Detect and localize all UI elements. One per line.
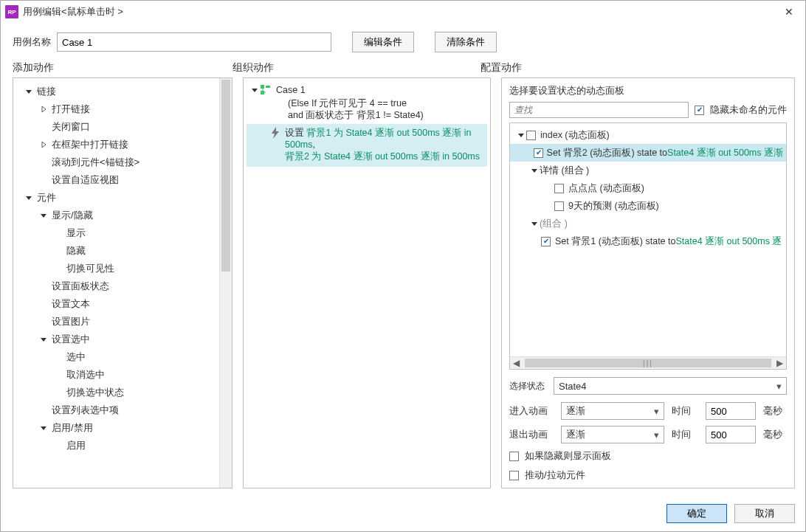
tree-item[interactable]: 设置文本 [13, 295, 232, 313]
case-caret[interactable] [249, 87, 260, 93]
tree-item[interactable]: 设置面板状态 [13, 277, 232, 295]
tree-item[interactable]: 取消选中 [13, 366, 232, 384]
scrollbar-thumb[interactable] [221, 80, 230, 272]
tree-item[interactable]: 关闭窗口 [13, 118, 232, 136]
edit-condition-button[interactable]: 编辑条件 [352, 32, 414, 52]
tree-node-bg2[interactable]: Set 背景2 (动态面板) state to State4 逐渐 out 50… [510, 144, 786, 162]
hscroll-grip-icon: ||| [643, 359, 653, 367]
case-row[interactable]: Case 1 [247, 83, 487, 97]
time-in-input[interactable] [706, 402, 756, 420]
node-label-suf: State4 逐渐 out 500ms 逐 [675, 235, 782, 248]
chevron-down-icon: ▾ [654, 429, 659, 441]
opt-push-pull-checkbox[interactable] [509, 471, 519, 480]
tree-node-bg1[interactable]: Set 背景1 (动态面板) state to State4 逐渐 out 50… [510, 232, 786, 250]
widget-tree-inner[interactable]: index (动态面板) Set 背景2 (动态面板) state to Sta… [510, 123, 786, 356]
anim-out-dropdown[interactable]: 逐渐 ▾ [561, 426, 664, 443]
caret-down-icon[interactable] [24, 89, 34, 94]
ok-button[interactable]: 确定 [666, 504, 727, 523]
tree-node-detail-group[interactable]: 详情 (组合 ) [510, 162, 786, 179]
tree-item[interactable]: 显示/隐藏 [13, 207, 232, 224]
anim-in-dropdown[interactable]: 逐渐 ▾ [561, 402, 664, 420]
case-action-selected[interactable]: 设置 背景1 为 State4 逐渐 out 500ms 逐渐 in 500ms… [247, 124, 487, 167]
tree-item[interactable]: 设置自适应视图 [13, 171, 232, 189]
widget-tree: index (动态面板) Set 背景2 (动态面板) state to Sta… [509, 122, 787, 370]
tree-item[interactable]: 选中 [13, 348, 232, 366]
tree-node-9day[interactable]: 9天的预测 (动态面板) [510, 197, 786, 215]
widget-tree-hscroll[interactable]: ◀ ||| ▶ [510, 356, 786, 369]
caret-down-icon[interactable] [529, 221, 540, 227]
hscroll-right-icon[interactable]: ▶ [774, 357, 786, 369]
anim-in-label: 进入动画 [509, 404, 554, 418]
search-input[interactable] [509, 102, 689, 118]
tree-node-group[interactable]: (组合 ) [510, 215, 786, 232]
node-label-suf: State4 逐渐 out 500ms 逐渐 [667, 147, 783, 159]
left-scrollbar[interactable] [219, 78, 232, 488]
tree-node-index[interactable]: index (动态面板) [510, 126, 786, 144]
select-state-value: State4 [559, 381, 587, 392]
case-name-input[interactable] [57, 32, 331, 52]
case-tree[interactable]: Case 1 (Else If 元件可见于 4 == true and 面板状态… [244, 78, 490, 171]
opt-push-pull-label: 推动/拉动元件 [525, 469, 585, 482]
clear-condition-button[interactable]: 清除条件 [435, 32, 497, 52]
hscroll-thumb[interactable]: ||| [525, 359, 771, 367]
tree-item[interactable]: 打开链接 [13, 100, 232, 118]
caret-right-icon[interactable] [38, 106, 49, 112]
tree-node-dots[interactable]: 点点点 (动态面板) [510, 179, 786, 197]
actions-tree[interactable]: 链接打开链接关闭窗口在框架中打开链接滚动到元件<锚链接>设置自适应视图元件显示/… [13, 78, 232, 459]
animation-form: 进入动画 逐渐 ▾ 时间 毫秒 退出动画 逐渐 ▾ 时间 毫秒 如果隐藏则显示面… [509, 402, 787, 482]
tree-item[interactable]: 元件 [13, 189, 232, 207]
tree-item-label: 关闭窗口 [52, 120, 90, 134]
window-title: 用例编辑<鼠标单击时 > [23, 5, 773, 18]
caret-down-icon[interactable] [38, 213, 49, 218]
svg-rect-2 [261, 91, 264, 94]
hide-unnamed-label: 隐藏未命名的元件 [710, 104, 787, 117]
caret-down-icon[interactable] [529, 167, 540, 173]
tree-item[interactable]: 在框架中打开链接 [13, 136, 232, 153]
case-condition-2: and 面板状态于 背景1 != State4) [247, 109, 487, 121]
tree-item[interactable]: 显示 [13, 224, 232, 242]
tree-item[interactable]: 滚动到元件<锚链接> [13, 153, 232, 171]
node-label: 点点点 (动态面板) [568, 182, 644, 195]
node-checkbox[interactable] [554, 184, 564, 193]
top-row: 用例名称 编辑条件 清除条件 [1, 23, 805, 55]
configure-action-panel: 选择要设置状态的动态面板 隐藏未命名的元件 index (动态面板) [501, 77, 795, 488]
tree-item[interactable]: 隐藏 [13, 242, 232, 260]
tree-item[interactable]: 启用 [13, 437, 232, 455]
tree-item-label: 元件 [37, 191, 56, 204]
time-in-unit: 毫秒 [763, 404, 787, 418]
node-label: 详情 (组合 ) [540, 165, 589, 177]
opt-push-pull-row: 推动/拉动元件 [509, 469, 787, 482]
tree-item-label: 切换选中状态 [66, 386, 124, 399]
search-row: 隐藏未命名的元件 [509, 102, 787, 118]
close-icon: ✕ [785, 6, 793, 18]
tree-item[interactable]: 切换选中状态 [13, 384, 232, 401]
node-checkbox[interactable] [541, 237, 551, 246]
action-line1-suffix: , [313, 139, 315, 150]
tree-item[interactable]: 设置列表选中项 [13, 401, 232, 419]
tree-item[interactable]: 设置图片 [13, 313, 232, 331]
cancel-button[interactable]: 取消 [734, 504, 795, 523]
tree-item-label: 选中 [66, 350, 86, 364]
caret-down-icon[interactable] [516, 132, 526, 138]
caret-down-icon[interactable] [24, 195, 34, 201]
tree-item[interactable]: 切换可见性 [13, 260, 232, 277]
svg-rect-1 [266, 86, 270, 88]
column-headers: 添加动作 组织动作 配置动作 [1, 55, 805, 77]
caret-down-icon[interactable] [38, 425, 49, 431]
select-state-dropdown[interactable]: State4 ▾ [554, 377, 787, 395]
opt-show-if-hidden-label: 如果隐藏则显示面板 [525, 449, 611, 463]
time-out-input[interactable] [706, 426, 756, 443]
tree-item[interactable]: 链接 [13, 83, 232, 100]
caret-right-icon[interactable] [38, 142, 49, 148]
node-checkbox[interactable] [526, 131, 536, 140]
tree-item[interactable]: 设置选中 [13, 331, 232, 348]
hscroll-left-icon[interactable]: ◀ [510, 357, 523, 369]
node-checkbox[interactable] [554, 201, 564, 211]
tree-item[interactable]: 启用/禁用 [13, 419, 232, 437]
node-checkbox[interactable] [534, 148, 543, 158]
tree-item-label: 启用/禁用 [52, 421, 93, 435]
caret-down-icon[interactable] [38, 336, 49, 342]
close-button[interactable]: ✕ [773, 1, 805, 23]
hide-unnamed-checkbox[interactable] [695, 106, 704, 115]
opt-show-if-hidden-checkbox[interactable] [509, 452, 519, 461]
